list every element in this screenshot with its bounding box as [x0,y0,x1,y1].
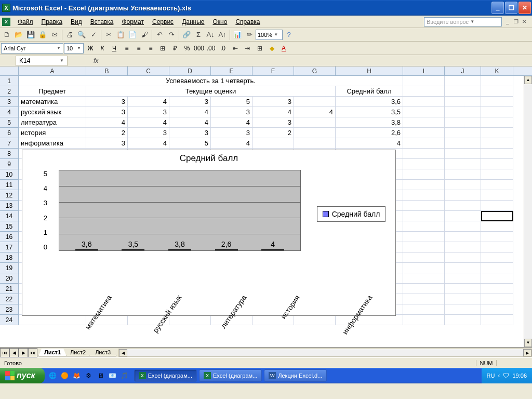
cell[interactable] [403,128,445,138]
cell[interactable] [403,97,445,107]
cell[interactable] [481,252,513,263]
cell[interactable]: 4 [169,107,211,117]
cell[interactable] [481,169,513,180]
row-header[interactable]: 24 [0,315,19,325]
cell[interactable] [481,76,513,86]
col-header[interactable]: F [252,66,294,75]
row-header[interactable]: 19 [0,263,19,273]
row-header[interactable]: 20 [0,273,19,284]
cell[interactable]: Предмет [19,86,86,97]
align-left-button[interactable]: ≡ [121,43,132,54]
cell[interactable]: математика [19,97,86,107]
cell[interactable] [445,169,481,180]
tray-icon[interactable]: 🛡 [503,372,509,379]
row-header[interactable]: 21 [0,284,19,294]
cell[interactable]: 3 [169,128,211,138]
cell[interactable] [445,315,481,325]
sort-asc-button[interactable]: A↓ [205,29,216,41]
col-header[interactable]: E [211,66,252,75]
quicklaunch-icon[interactable]: ⚙ [84,370,94,381]
undo-button[interactable]: ↶ [154,29,165,41]
cell[interactable]: 2 [252,128,294,138]
cell[interactable] [445,242,481,252]
help-question-input[interactable]: Введите вопрос▼ [424,17,502,26]
col-header[interactable]: C [128,66,169,75]
help-button[interactable]: ? [283,29,295,41]
spreadsheet-grid[interactable]: A B C D E F G H I J K 1 Успеваемость за … [0,66,532,347]
cell[interactable]: 3 [252,97,294,107]
cell[interactable] [481,97,513,107]
row-header[interactable]: 8 [0,149,19,159]
row-header[interactable]: 11 [0,180,19,190]
cell[interactable] [403,76,445,86]
scroll-up-icon[interactable]: ▲ [524,76,532,84]
horizontal-scrollbar[interactable]: ◀ ▶ [118,349,532,357]
chart-wizard-button[interactable]: 📊 [232,29,243,41]
cell[interactable]: 3 [86,138,128,149]
cell[interactable] [481,190,513,201]
percent-button[interactable]: % [181,43,193,54]
menu-format[interactable]: Формат [117,17,148,26]
cell[interactable]: 4 [211,138,252,149]
cut-button[interactable]: ✂ [103,29,114,41]
menu-view[interactable]: Вид [66,17,86,26]
cell[interactable] [403,273,445,284]
cell[interactable] [445,232,481,242]
tab-nav-last[interactable]: ⏭ [28,348,37,357]
cell[interactable] [294,128,336,138]
cell[interactable]: 4 [169,117,211,128]
cell[interactable] [481,201,513,211]
cell[interactable] [445,263,481,273]
menu-edit[interactable]: Правка [37,17,67,26]
cell[interactable] [252,138,294,149]
cell[interactable] [445,284,481,294]
cell[interactable] [481,138,513,149]
fx-icon[interactable]: fx [94,57,98,64]
cell[interactable]: 3,5 [336,107,403,117]
cell[interactable] [294,97,336,107]
borders-button[interactable]: ⊞ [254,43,265,54]
col-header[interactable]: D [169,66,211,75]
row-header[interactable]: 23 [0,304,19,315]
embedded-chart[interactable]: Средний балл 543210 3,6 3,5 3,8 2,6 4 Ср… [22,150,396,316]
cell[interactable] [445,294,481,304]
cell[interactable] [403,86,445,97]
redo-button[interactable]: ↷ [166,29,177,41]
menu-help[interactable]: Справка [231,17,264,26]
cell[interactable]: 5 [169,138,211,149]
quicklaunch-icon[interactable]: 📧 [108,370,118,381]
underline-button[interactable]: Ч [109,43,120,54]
cell[interactable] [403,304,445,315]
align-center-button[interactable]: ≡ [133,43,144,54]
cell[interactable]: 3 [86,97,128,107]
row-header[interactable]: 13 [0,201,19,211]
col-header[interactable]: J [445,66,481,75]
maximize-button[interactable]: ❐ [505,2,517,14]
cell[interactable] [445,190,481,201]
cell[interactable] [481,180,513,190]
cell[interactable] [403,117,445,128]
quicklaunch-icon[interactable]: 🦊 [72,370,82,381]
cell[interactable] [445,107,481,117]
cell[interactable]: 4 [336,138,403,149]
row-header[interactable]: 10 [0,169,19,180]
cell[interactable] [445,76,481,86]
comma-button[interactable]: 000 [193,43,205,54]
autosum-button[interactable]: Σ [193,29,204,41]
doc-restore-button[interactable]: ❐ [512,18,520,25]
name-box[interactable]: K14▼ [16,56,68,66]
paste-button[interactable]: 📄 [127,29,138,41]
decrease-decimal-button[interactable]: .0 [217,43,229,54]
cell[interactable] [481,159,513,169]
cell[interactable]: 3 [86,107,128,117]
cell[interactable]: история [19,128,86,138]
font-name-combo[interactable]: Arial Cyr▼ [1,43,63,54]
cell[interactable]: 4 [252,107,294,117]
quicklaunch-icon[interactable]: 🟠 [60,370,70,381]
merge-center-button[interactable]: ⊞ [157,43,168,54]
cell[interactable]: 2 [86,128,128,138]
select-all-corner[interactable] [0,66,19,75]
taskbar-task[interactable]: WЛекции Excel.d... [264,369,327,382]
spelling-button[interactable]: ✓ [88,29,99,41]
cell[interactable]: 3,8 [336,117,403,128]
